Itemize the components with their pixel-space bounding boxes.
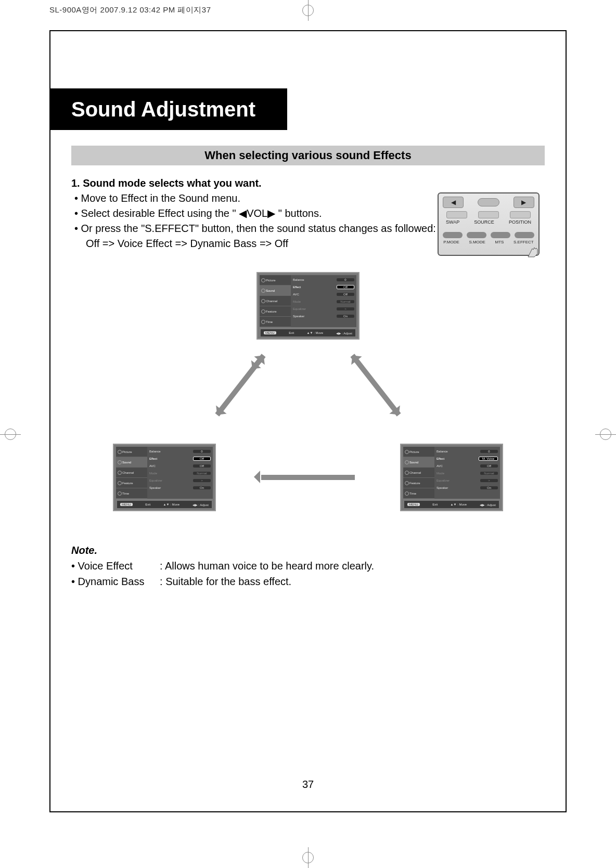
osd-row-effect: Effect <box>437 457 444 460</box>
osd-val-speaker: On <box>337 315 354 318</box>
osd-tab-feature: Feature <box>116 478 147 488</box>
osd-val-effect-off: Off <box>337 285 354 289</box>
osd-row-effect: Effect <box>149 457 157 460</box>
remote-pmode-button <box>443 232 463 238</box>
remote-position-label: POSITION <box>509 219 531 225</box>
osd-val-effect-off: Off <box>193 457 211 461</box>
note-desc-bass: Suitable for the bass effect. <box>160 574 291 589</box>
arrow-right-to-left-icon <box>261 475 355 480</box>
vol-right-icon: ▶ <box>267 208 275 219</box>
bullet2-post: " buttons. <box>275 208 322 219</box>
remote-source-label: SOURCE <box>474 219 494 225</box>
osd-footer-exitkey: MENU <box>264 331 276 334</box>
osd-val-effect-mvoice: M. Voice <box>479 457 498 461</box>
osd-row-balance: Balance <box>149 450 161 453</box>
remote-swap-button <box>446 211 467 218</box>
osd-row-mode: Mode <box>437 472 444 475</box>
section-heading: When selecting various sound Effects <box>71 146 545 165</box>
osd-val-balance: 0 <box>193 450 211 453</box>
osd-tab-sound: Sound <box>403 457 434 468</box>
osd-footer-adjust: ◀▶ : Adjust <box>336 331 352 335</box>
prepress-header: SL-900A영어 2007.9.12 03:42 PM 페이지37 <box>49 5 211 15</box>
page-frame: Sound Adjustment When selecting various … <box>49 30 567 812</box>
osd-row-equalizer: Equalizer <box>293 307 306 310</box>
osd-val-mode: Normal <box>480 472 498 475</box>
osd-val-balance: 0 <box>337 278 354 281</box>
osd-tab-feature: Feature <box>403 478 434 488</box>
osd-row-speaker: Speaker <box>293 315 304 318</box>
arrow-top-to-left-icon <box>215 354 265 416</box>
remote-swap-label: SWAP <box>446 219 459 225</box>
osd-tab-time: Time <box>403 488 434 499</box>
step-heading: 1. Sound mode selects what you want. <box>71 176 545 191</box>
remote-smode-label: S.MODE <box>469 240 485 244</box>
note-term-voice: Voice Effect <box>71 558 160 574</box>
note-desc-voice: Allows human voice to be heard more clea… <box>160 558 374 574</box>
note-block: Note. Voice Effect Allows human voice to… <box>71 542 545 589</box>
osd-cycle-diagram: Picture Sound Channel Feature Time Balan… <box>71 272 545 511</box>
osd-val-balance: 0 <box>480 450 498 453</box>
osd-screenshot-bottom-left: Picture Sound Channel Feature Time Balan… <box>113 444 216 511</box>
osd-footer-exitkey: MENU <box>407 503 420 506</box>
note-heading: Note. <box>71 542 545 558</box>
remote-mts-label: MTS <box>495 240 504 244</box>
osd-val-mode: Normal <box>337 300 354 303</box>
osd-row-avc: AVC <box>293 293 299 296</box>
osd-row-effect: Effect <box>293 286 301 289</box>
bullet2-pre: Select desirable Effect using the " <box>81 208 239 219</box>
osd-tab-time: Time <box>260 317 291 327</box>
osd-row-speaker: Speaker <box>437 486 448 489</box>
note-term-bass: Dynamic Bass <box>71 574 160 589</box>
pointing-hand-icon <box>526 242 542 258</box>
osd-footer-move: ▲▼ : Move <box>307 331 324 334</box>
osd-tab-channel: Channel <box>403 468 434 478</box>
remote-pmode-label: P.MODE <box>443 240 459 244</box>
osd-tab-picture: Picture <box>116 447 147 457</box>
osd-footer-move: ▲▼ : Move <box>451 503 467 506</box>
osd-row-mode: Mode <box>293 300 301 303</box>
remote-left-arrow-icon: ◀ <box>443 197 464 208</box>
osd-screenshot-bottom-right: Picture Sound Channel Feature Time Balan… <box>400 444 503 511</box>
osd-screenshot-top: Picture Sound Channel Feature Time Balan… <box>256 272 360 340</box>
osd-row-equalizer: Equalizer <box>149 479 162 482</box>
osd-tab-picture: Picture <box>260 275 291 286</box>
remote-right-arrow-icon: ▶ <box>514 197 534 208</box>
osd-tab-sound: Sound <box>116 457 147 468</box>
osd-val-equalizer: > <box>337 307 354 310</box>
osd-footer-exitkey: MENU <box>120 503 133 506</box>
osd-tab-time: Time <box>116 488 147 499</box>
osd-footer-exit: Exit <box>289 331 294 334</box>
remote-mts-button <box>491 232 510 238</box>
remote-source-button <box>478 211 499 218</box>
page-title: Sound Adjustment <box>50 88 287 130</box>
crop-mark-bottom <box>298 847 318 868</box>
osd-footer-adjust: ◀▶ : Adjust <box>192 503 209 507</box>
crop-mark-left <box>0 424 21 445</box>
bullet2-mid: VOL <box>247 208 267 219</box>
osd-val-equalizer: > <box>480 479 498 482</box>
osd-val-avc: Off <box>193 464 211 468</box>
osd-row-balance: Balance <box>437 450 448 453</box>
osd-tab-picture: Picture <box>403 447 434 457</box>
osd-row-avc: AVC <box>149 464 156 468</box>
crop-mark-right <box>595 424 616 445</box>
bullet3-main: Or press the "S.EFFECT" button, then the… <box>81 223 436 234</box>
osd-row-speaker: Speaker <box>149 486 161 489</box>
osd-row-avc: AVC <box>437 464 443 468</box>
osd-tab-channel: Channel <box>260 296 291 306</box>
osd-val-mode: Normal <box>193 472 211 475</box>
osd-val-speaker: On <box>193 486 211 489</box>
osd-val-speaker: On <box>480 486 498 489</box>
remote-center-button <box>478 198 499 206</box>
osd-row-balance: Balance <box>293 278 304 281</box>
crop-mark-top <box>298 0 318 21</box>
osd-val-avc: Off <box>480 464 498 468</box>
osd-row-mode: Mode <box>149 472 157 475</box>
arrow-top-to-right-icon <box>350 354 401 416</box>
osd-footer-exit: Exit <box>145 503 150 506</box>
osd-val-equalizer: > <box>193 479 211 482</box>
osd-footer-move: ▲▼ : Move <box>163 503 180 506</box>
remote-illustration: ◀ ▶ SWAP SOURCE POSITION P.MODE S.MODE M… <box>438 192 540 256</box>
remote-seffect-button <box>515 232 534 238</box>
osd-tab-sound: Sound <box>260 286 291 296</box>
